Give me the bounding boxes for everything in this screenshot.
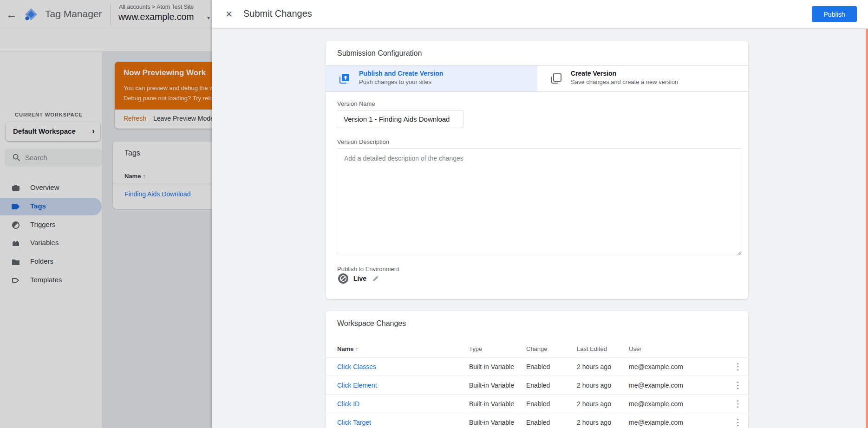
change-user: me@example.com — [629, 419, 683, 426]
sort-ascending-icon: ↑ — [355, 345, 359, 352]
more-vertical-icon[interactable]: ⋮ — [732, 361, 744, 372]
scrollbar-thumb[interactable] — [866, 29, 868, 428]
change-type: Built-in Variable — [469, 419, 514, 426]
version-description-textarea[interactable] — [337, 148, 742, 255]
change-user: me@example.com — [629, 400, 683, 408]
screen: ← Tag Manager All accounts > Atom Test S… — [0, 0, 868, 428]
table-row: Click Classes Built-in Variable Enabled … — [326, 357, 748, 376]
column-header-last-edited: Last Edited — [577, 345, 607, 352]
table-row: Click Element Built-in Variable Enabled … — [326, 376, 748, 395]
dialog-title: Submit Changes — [243, 8, 312, 19]
change-type: Built-in Variable — [469, 400, 514, 408]
version-description-label: Version Description — [337, 138, 389, 145]
change-last-edited: 2 hours ago — [577, 419, 611, 426]
close-icon[interactable]: ✕ — [223, 8, 235, 20]
submit-changes-dialog: ✕ Submit Changes Publish Submission Conf… — [212, 0, 868, 428]
version-name-input[interactable] — [337, 110, 463, 128]
workspace-changes-title: Workspace Changes — [337, 319, 406, 328]
publish-version-icon — [338, 72, 351, 87]
change-name-link[interactable]: Click ID — [337, 400, 359, 408]
change-status: Enabled — [526, 400, 550, 408]
column-header-user: User — [629, 345, 641, 352]
option-title: Publish and Create Version — [359, 70, 443, 77]
change-name-link[interactable]: Click Classes — [337, 363, 376, 370]
change-user: me@example.com — [629, 363, 683, 370]
option-create-version[interactable]: Create Version Save changes and create a… — [537, 66, 748, 91]
option-subtitle: Push changes to your sites — [359, 78, 431, 85]
table-row: Click Target Built-in Variable Enabled 2… — [326, 413, 748, 428]
edit-environment-icon[interactable] — [372, 275, 379, 284]
column-header-name[interactable]: Name ↑ — [337, 345, 359, 352]
change-last-edited: 2 hours ago — [577, 363, 611, 370]
change-last-edited: 2 hours ago — [577, 400, 611, 408]
more-vertical-icon[interactable]: ⋮ — [732, 398, 744, 409]
change-status: Enabled — [526, 363, 550, 370]
change-user: me@example.com — [629, 382, 683, 389]
more-vertical-icon[interactable]: ⋮ — [732, 380, 744, 391]
change-last-edited: 2 hours ago — [577, 382, 611, 389]
dialog-header: ✕ Submit Changes Publish — [212, 0, 868, 29]
publish-to-environment-label: Publish to Environment — [337, 266, 399, 272]
option-publish-and-create-version[interactable]: Publish and Create Version Push changes … — [326, 66, 537, 91]
column-header-type: Type — [469, 345, 482, 352]
option-subtitle: Save changes and create a new version — [571, 78, 678, 85]
submission-options: Publish and Create Version Push changes … — [326, 65, 748, 92]
more-vertical-icon[interactable]: ⋮ — [732, 417, 744, 428]
environment-name: Live — [353, 275, 366, 282]
change-type: Built-in Variable — [469, 363, 514, 370]
column-header-change: Change — [526, 345, 548, 352]
change-name-link[interactable]: Click Element — [337, 382, 377, 389]
change-status: Enabled — [526, 382, 550, 389]
submission-configuration-card: Submission Configuration Publish and Cre… — [326, 41, 748, 299]
change-type: Built-in Variable — [469, 382, 514, 389]
change-name-link[interactable]: Click Target — [337, 419, 371, 426]
change-status: Enabled — [526, 419, 550, 426]
submission-configuration-title: Submission Configuration — [337, 49, 422, 58]
create-version-icon — [549, 72, 562, 87]
table-row: Click ID Built-in Variable Enabled 2 hou… — [326, 395, 748, 413]
publish-button[interactable]: Publish — [812, 6, 857, 22]
version-name-label: Version Name — [337, 100, 375, 107]
workspace-changes-card: Workspace Changes Name ↑ Type Change Las… — [326, 311, 748, 428]
live-environment-icon — [338, 273, 349, 286]
option-title: Create Version — [571, 70, 616, 77]
